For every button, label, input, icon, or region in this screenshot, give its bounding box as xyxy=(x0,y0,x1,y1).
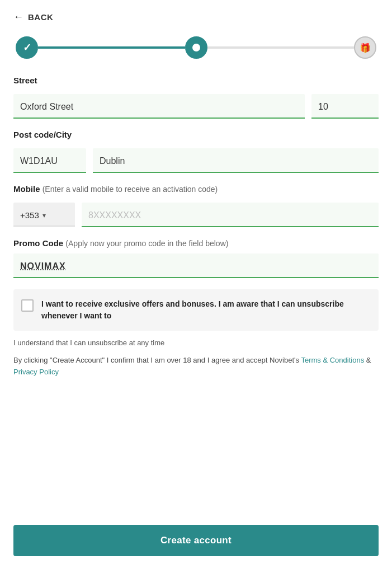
street-row xyxy=(13,94,379,119)
street-label: Street xyxy=(13,76,379,85)
street-input[interactable] xyxy=(13,94,305,119)
mobile-label: Mobile (Enter a valid mobile to receive … xyxy=(13,184,379,194)
terms-before: By clicking "Create Account" I confirm t… xyxy=(13,356,183,364)
country-code-value: +353 xyxy=(20,210,39,220)
chevron-down-icon: ▾ xyxy=(42,212,46,219)
postcode-wrapper xyxy=(13,148,86,173)
postcode-label: Post code/City xyxy=(13,130,379,139)
promo-hint: (Apply now your promo code in the field … xyxy=(65,239,228,248)
country-selector-wrapper: +353 ▾ xyxy=(13,203,75,227)
terms-conditions-link[interactable]: Terms & Conditions xyxy=(301,356,364,364)
terms-ampersand: & xyxy=(366,356,371,364)
progress-line-2 xyxy=(207,46,355,49)
check-icon: ✓ xyxy=(23,41,31,54)
promo-input[interactable] xyxy=(13,253,379,278)
offers-checkbox[interactable] xyxy=(21,299,34,312)
registration-page: ← BACK ✓ 🎁 Street Post code/City xyxy=(0,0,392,573)
unsubscribe-text: I understand that I can unsubscribe at a… xyxy=(13,339,379,347)
back-button[interactable]: ← BACK xyxy=(13,11,379,23)
city-input[interactable] xyxy=(93,148,379,173)
postcode-input[interactable] xyxy=(13,148,86,173)
street-input-wrapper xyxy=(13,94,305,119)
step-2-circle xyxy=(185,36,207,59)
terms-age: 18 and xyxy=(183,356,205,364)
terms-middle: I agree and accept Novibet's xyxy=(207,356,301,364)
privacy-policy-link[interactable]: Privacy Policy xyxy=(13,368,59,376)
postcode-row xyxy=(13,148,379,173)
house-number-wrapper xyxy=(311,94,379,119)
promo-label: Promo Code (Apply now your promo code in… xyxy=(13,238,379,248)
country-code-selector[interactable]: +353 ▾ xyxy=(13,203,75,227)
step-3-circle: 🎁 xyxy=(354,36,376,59)
gift-icon: 🎁 xyxy=(360,43,371,53)
active-dot xyxy=(192,44,200,51)
back-label: BACK xyxy=(28,12,53,22)
phone-input[interactable] xyxy=(82,203,379,227)
house-number-input[interactable] xyxy=(311,94,379,119)
city-wrapper xyxy=(93,148,379,173)
offers-checkbox-section: I want to receive exclusive offers and b… xyxy=(13,289,379,331)
mobile-row: +353 ▾ xyxy=(13,203,379,227)
terms-text: By clicking "Create Account" I confirm t… xyxy=(13,355,379,378)
promo-input-wrapper xyxy=(13,253,379,278)
progress-bar: ✓ 🎁 xyxy=(13,36,379,59)
progress-line-1 xyxy=(38,46,185,49)
phone-input-wrapper xyxy=(82,203,379,227)
promo-section: Promo Code (Apply now your promo code in… xyxy=(13,238,379,278)
step-1-circle: ✓ xyxy=(16,36,38,59)
offers-checkbox-label: I want to receive exclusive offers and b… xyxy=(41,298,371,322)
create-account-button[interactable]: Create account xyxy=(13,525,379,556)
back-arrow-icon: ← xyxy=(13,11,23,23)
mobile-hint: (Enter a valid mobile to receive an acti… xyxy=(42,185,218,194)
